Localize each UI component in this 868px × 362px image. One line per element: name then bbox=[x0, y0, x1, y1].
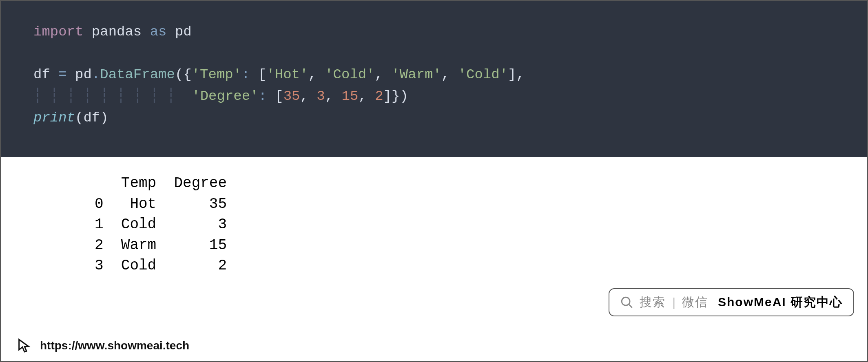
comma: , bbox=[325, 88, 333, 104]
bracket-open: [ bbox=[275, 88, 283, 104]
badge-brand: ShowMeAI 研究中心 bbox=[718, 294, 843, 311]
bracket-close: ] bbox=[508, 67, 516, 82]
colon: : bbox=[259, 88, 267, 104]
output-block: Temp Degree 0 Hot 35 1 Cold 3 2 Warm 15 … bbox=[1, 157, 867, 284]
search-badge: 搜索 | 微信 ShowMeAI 研究中心 bbox=[609, 288, 854, 316]
string-val: 'Cold' bbox=[325, 67, 374, 82]
string-val: 'Hot' bbox=[266, 67, 308, 82]
module-name: pandas bbox=[92, 24, 142, 40]
badge-wechat-label: 微信 bbox=[682, 294, 708, 311]
string-val: 'Cold' bbox=[458, 67, 508, 82]
string-key: 'Degree' bbox=[192, 88, 258, 104]
bracket-open: [ bbox=[258, 67, 266, 82]
number: 35 bbox=[283, 88, 300, 104]
paren-close: }) bbox=[392, 88, 408, 104]
module-alias: pd bbox=[175, 24, 192, 40]
paren-open: ( bbox=[75, 110, 83, 126]
comma: , bbox=[300, 88, 308, 104]
comma: , bbox=[516, 67, 524, 82]
bracket-close: ] bbox=[383, 88, 392, 104]
paren-open: ({ bbox=[175, 67, 192, 82]
paren-close: ) bbox=[100, 110, 108, 126]
variable: df bbox=[83, 110, 100, 126]
indent-guide: ┆ ┆ ┆ ┆ ┆ ┆ ┆ ┆ ┆ bbox=[33, 88, 184, 104]
comma: , bbox=[358, 88, 366, 104]
badge-divider: | bbox=[672, 296, 675, 309]
badge-search-label: 搜索 bbox=[640, 294, 666, 311]
comma: , bbox=[375, 67, 383, 82]
output-row: 0 Hot 35 bbox=[95, 196, 227, 212]
dot: . bbox=[92, 67, 100, 82]
svg-line-1 bbox=[629, 304, 632, 308]
footer: https://www.showmeai.tech bbox=[16, 338, 189, 354]
number: 15 bbox=[342, 88, 359, 104]
comma: , bbox=[308, 67, 316, 82]
string-key: 'Temp' bbox=[192, 67, 241, 82]
builtin-print: print bbox=[33, 110, 75, 126]
output-row: 2 Warm 15 bbox=[95, 237, 227, 254]
code-block: import pandas as pd df = pd.DataFrame({'… bbox=[1, 1, 867, 157]
class-name: DataFrame bbox=[100, 67, 175, 82]
operator-eq: = bbox=[58, 67, 66, 82]
comma: , bbox=[441, 67, 450, 82]
number: 2 bbox=[375, 88, 383, 104]
keyword-as: as bbox=[150, 24, 167, 40]
search-icon bbox=[620, 296, 634, 309]
string-val: 'Warm' bbox=[391, 67, 441, 82]
footer-url: https://www.showmeai.tech bbox=[40, 339, 189, 352]
number: 3 bbox=[317, 88, 325, 104]
output-header: Temp Degree bbox=[95, 175, 227, 192]
keyword-import: import bbox=[33, 24, 83, 40]
colon: : bbox=[241, 67, 250, 82]
output-row: 3 Cold 2 bbox=[95, 257, 227, 274]
svg-point-0 bbox=[622, 297, 630, 305]
obj: pd bbox=[75, 67, 92, 82]
variable: df bbox=[33, 67, 50, 82]
cursor-icon bbox=[16, 338, 33, 354]
output-row: 1 Cold 3 bbox=[95, 216, 227, 233]
